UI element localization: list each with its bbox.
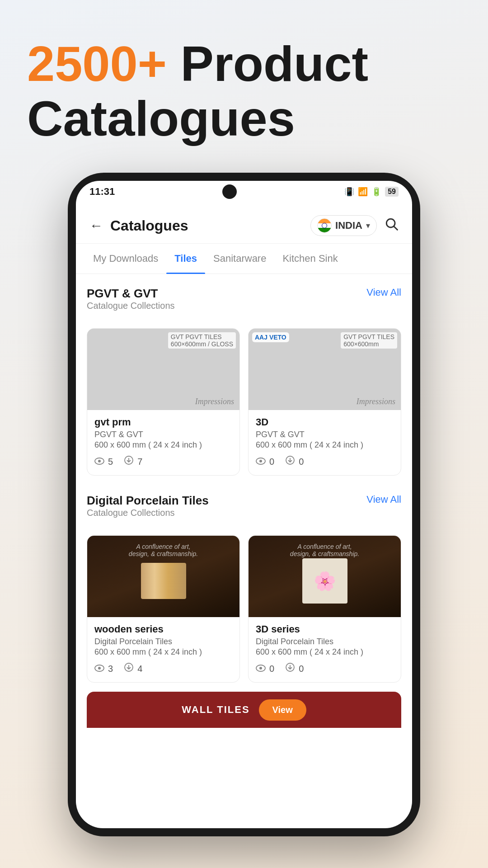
downloads-stat-3d-series: 0 <box>285 662 304 675</box>
svg-rect-12 <box>171 367 177 398</box>
svg-rect-15 <box>192 360 199 398</box>
header-left: ← Catalogues <box>89 217 188 234</box>
battery-x-icon: 🔋 <box>371 187 381 197</box>
views-stat-3d-series: 0 <box>256 663 274 675</box>
front-camera <box>222 184 237 199</box>
card-size-gvt-prm: 600 x 600 mm ( 24 x 24 inch ) <box>94 440 232 450</box>
card-gvt-prm[interactable]: Impressions GVT PGVT TILES600×600mm / GL… <box>87 328 240 476</box>
header-right: INDIA ▾ <box>310 215 399 236</box>
section-title-digital: Digital Porcelain Tiles <box>87 494 209 508</box>
phone-frame: 11:31 📳 📶 🔋 59 ← Catalogues <box>68 173 420 836</box>
download-icon-wooden <box>124 662 134 675</box>
svg-rect-14 <box>187 365 192 398</box>
card-body-3d-series: 3D series Digital Porcelain Tiles 600 x … <box>249 617 401 682</box>
svg-rect-31 <box>340 369 346 398</box>
card-body-wooden: wooden series Digital Porcelain Tiles 60… <box>87 617 239 682</box>
svg-rect-8 <box>146 350 155 398</box>
svg-point-36 <box>259 460 262 462</box>
svg-rect-13 <box>178 355 186 398</box>
confluence-text-wood: A confluence of art,design, & craftsmans… <box>129 543 198 557</box>
eye-icon-3d-series <box>256 663 266 675</box>
search-button[interactable] <box>384 217 399 235</box>
views-stat-wooden: 3 <box>94 663 113 675</box>
eye-icon-wooden <box>94 663 104 675</box>
confluence-text-flower: A confluence of art,design, & craftsmans… <box>290 543 359 557</box>
card-image-gvt-prm: Impressions GVT PGVT TILES600×600mm / GL… <box>87 329 239 410</box>
cards-grid-pgvt: Impressions GVT PGVT TILES600×600mm / GL… <box>76 328 412 481</box>
card-image-3d-series: A confluence of art,design, & craftsmans… <box>249 536 401 617</box>
svg-rect-23 <box>277 374 282 398</box>
card-tag-3d: GVT PGVT TILES600×600mm <box>341 332 397 349</box>
svg-rect-32 <box>347 356 356 398</box>
wood-tile-visual <box>141 563 186 599</box>
card-category-3d-series: Digital Porcelain Tiles <box>256 637 394 646</box>
city-skyline-3d-svg <box>264 341 386 398</box>
status-time: 11:31 <box>89 186 115 198</box>
views-count-wooden: 3 <box>108 664 113 674</box>
country-selector[interactable]: INDIA ▾ <box>310 215 377 236</box>
hero-heading: 2500+ ProductCatalogues <box>27 36 461 146</box>
views-count-3d-series: 0 <box>269 664 274 674</box>
svg-point-40 <box>98 667 101 670</box>
wall-tiles-partial-card[interactable]: WALL TILES View <box>87 692 401 728</box>
card-name-wooden: wooden series <box>94 623 232 635</box>
card-wooden-series[interactable]: A confluence of art,design, & craftsmans… <box>87 535 240 683</box>
card-stats-wooden: 3 4 <box>94 662 232 675</box>
card-name-3d: 3D <box>256 416 394 428</box>
svg-rect-30 <box>329 359 339 398</box>
wall-tiles-label: WALL TILES <box>182 704 249 716</box>
tab-sanitarware[interactable]: Sanitarware <box>205 244 274 274</box>
svg-rect-27 <box>306 367 311 398</box>
eye-icon-3d <box>256 456 266 467</box>
city-sketch-bg: Impressions GVT PGVT TILES600×600mm / GL… <box>87 329 239 410</box>
downloads-stat-wooden: 4 <box>124 662 142 675</box>
svg-rect-24 <box>283 362 290 398</box>
brand-logo: AAJ VETO <box>252 332 289 342</box>
svg-rect-28 <box>312 353 321 398</box>
status-icons: 📳 📶 🔋 59 <box>344 187 399 197</box>
views-count-3d: 0 <box>269 457 274 467</box>
card-category-gvt-prm: PGVT & GVT <box>94 430 232 439</box>
section-title-group-digital: Digital Porcelain Tiles Catalogue Collec… <box>87 494 209 526</box>
phone-screen: ← Catalogues INDIA ▾ <box>76 204 412 828</box>
downloads-count-3d: 0 <box>299 457 304 467</box>
tabs-bar: My Downloads Tiles Sanitarware Kitchen S… <box>76 244 412 274</box>
svg-rect-5 <box>127 367 132 398</box>
section-subtitle-digital: Catalogue Collections <box>87 508 209 518</box>
country-name: INDIA <box>335 220 362 231</box>
tab-tiles[interactable]: Tiles <box>166 244 205 274</box>
section-header-digital: Digital Porcelain Tiles Catalogue Collec… <box>87 494 401 526</box>
eye-icon <box>94 456 104 467</box>
card-tag-gvt-prm: GVT PGVT TILES600×600mm / GLOSS <box>168 332 236 349</box>
card-3d-series[interactable]: A confluence of art,design, & craftsmans… <box>248 535 401 683</box>
section-title-group: PGVT & GVT Catalogue Collections <box>87 287 175 319</box>
svg-rect-2 <box>116 341 211 398</box>
chevron-down-icon: ▾ <box>366 221 370 231</box>
svg-line-1 <box>394 226 397 230</box>
view-all-digital[interactable]: View All <box>366 494 401 505</box>
download-icon <box>124 455 134 468</box>
tab-my-downloads[interactable]: My Downloads <box>85 244 166 274</box>
svg-point-44 <box>259 667 262 670</box>
section-pgvt-gvt: PGVT & GVT Catalogue Collections View Al… <box>76 274 412 328</box>
card-name-gvt-prm: gvt prm <box>94 416 232 428</box>
impressions-watermark: Impressions <box>195 397 234 406</box>
card-image-3d: Impressions AAJ VETO GVT PGVT TILES600×6… <box>249 329 401 410</box>
views-stat-gvt-prm: 5 <box>94 456 113 467</box>
phone-mockup: 11:31 📳 📶 🔋 59 ← Catalogues <box>0 173 488 836</box>
svg-rect-29 <box>322 365 328 398</box>
card-stats-3d: 0 0 <box>256 455 394 468</box>
view-all-pgvt[interactable]: View All <box>366 287 401 298</box>
tab-kitchen-sink[interactable]: Kitchen Sink <box>274 244 346 274</box>
card-3d[interactable]: Impressions AAJ VETO GVT PGVT TILES600×6… <box>248 328 401 476</box>
card-image-wooden: A confluence of art,design, & craftsmans… <box>87 536 239 617</box>
card-category-3d: PGVT & GVT <box>256 430 394 439</box>
svg-rect-33 <box>357 367 362 398</box>
view-wall-tiles-button[interactable]: View <box>259 699 306 721</box>
svg-rect-34 <box>363 363 372 398</box>
back-button[interactable]: ← <box>89 218 103 233</box>
flag-icon <box>317 218 332 233</box>
svg-rect-9 <box>148 348 153 350</box>
svg-rect-11 <box>161 358 170 398</box>
battery-percent: 59 <box>385 187 399 197</box>
